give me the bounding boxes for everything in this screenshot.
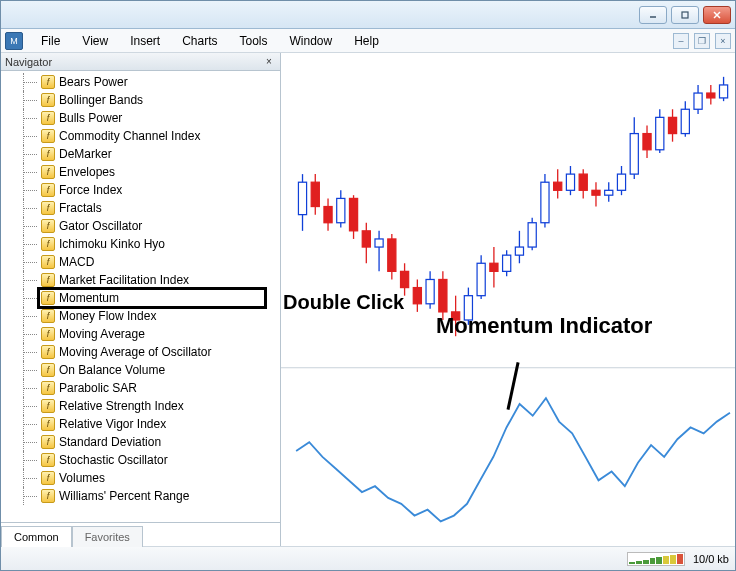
function-icon: f [41, 309, 55, 323]
function-icon: f [41, 111, 55, 125]
tree-item-macd[interactable]: fMACD [1, 253, 280, 271]
svg-rect-67 [694, 93, 702, 109]
titlebar [1, 1, 735, 29]
tree-item-money-flow-index[interactable]: fMoney Flow Index [1, 307, 280, 325]
tree-item-label: Parabolic SAR [59, 381, 137, 395]
status-traffic: 10/0 kb [693, 553, 729, 565]
tree-item-label: Force Index [59, 183, 122, 197]
svg-rect-33 [477, 263, 485, 295]
tree-item-label: Moving Average of Oscillator [59, 345, 212, 359]
function-icon: f [41, 183, 55, 197]
svg-rect-13 [349, 198, 357, 230]
svg-rect-71 [719, 85, 727, 98]
function-icon: f [41, 417, 55, 431]
app-icon: M [5, 32, 23, 50]
navigator-tabs: Common Favorites [1, 522, 280, 546]
function-icon: f [41, 291, 55, 305]
tree-item-label: Relative Vigor Index [59, 417, 166, 431]
tree-item-label: MACD [59, 255, 94, 269]
tree-item-williams-percent-range[interactable]: fWilliams' Percent Range [1, 487, 280, 505]
tree-item-label: Market Facilitation Index [59, 273, 189, 287]
tree-item-volumes[interactable]: fVolumes [1, 469, 280, 487]
function-icon: f [41, 129, 55, 143]
svg-rect-45 [554, 182, 562, 190]
function-icon: f [41, 147, 55, 161]
tree-item-gator-oscillator[interactable]: fGator Oscillator [1, 217, 280, 235]
svg-rect-51 [592, 190, 600, 195]
tree-item-bulls-power[interactable]: fBulls Power [1, 109, 280, 127]
svg-rect-9 [324, 207, 332, 223]
close-button[interactable] [703, 6, 731, 24]
tree-item-commodity-channel-index[interactable]: fCommodity Channel Index [1, 127, 280, 145]
tree-item-bears-power[interactable]: fBears Power [1, 73, 280, 91]
svg-rect-5 [298, 182, 306, 214]
client-area: Navigator × fBears PowerfBollinger Bands… [1, 53, 735, 546]
tree-item-relative-strength-index[interactable]: fRelative Strength Index [1, 397, 280, 415]
function-icon: f [41, 165, 55, 179]
tree-item-force-index[interactable]: fForce Index [1, 181, 280, 199]
tree-item-momentum[interactable]: fMomentum [1, 289, 280, 307]
navigator-close-icon[interactable]: × [262, 55, 276, 69]
mdi-close-button[interactable]: × [715, 33, 731, 49]
tree-item-envelopes[interactable]: fEnvelopes [1, 163, 280, 181]
svg-rect-37 [503, 255, 511, 271]
mdi-restore-button[interactable]: ❐ [694, 33, 710, 49]
function-icon: f [41, 75, 55, 89]
tab-common[interactable]: Common [1, 526, 72, 547]
svg-line-73 [508, 362, 518, 409]
navigator-header: Navigator × [1, 53, 280, 71]
navigator-tree[interactable]: fBears PowerfBollinger BandsfBulls Power… [1, 71, 280, 522]
tree-item-market-facilitation-index[interactable]: fMarket Facilitation Index [1, 271, 280, 289]
tree-item-fractals[interactable]: fFractals [1, 199, 280, 217]
menubar: M File View Insert Charts Tools Window H… [1, 29, 735, 53]
tree-item-parabolic-sar[interactable]: fParabolic SAR [1, 379, 280, 397]
menu-charts[interactable]: Charts [172, 31, 227, 51]
tree-item-label: Fractals [59, 201, 102, 215]
annotation-momentum-indicator: Momentum Indicator [436, 313, 652, 339]
svg-rect-69 [707, 93, 715, 98]
app-window: M File View Insert Charts Tools Window H… [0, 0, 736, 571]
navigator-title: Navigator [5, 56, 52, 68]
chart-area[interactable]: Double Click Momentum Indicator [281, 53, 735, 546]
tab-favorites[interactable]: Favorites [72, 526, 143, 547]
tree-item-label: Volumes [59, 471, 105, 485]
svg-rect-49 [579, 174, 587, 190]
svg-rect-65 [681, 109, 689, 133]
tree-item-label: Ichimoku Kinko Hyo [59, 237, 165, 251]
mdi-minimize-button[interactable]: – [673, 33, 689, 49]
menu-insert[interactable]: Insert [120, 31, 170, 51]
function-icon: f [41, 201, 55, 215]
tree-item-moving-average-of-oscillator[interactable]: fMoving Average of Oscillator [1, 343, 280, 361]
svg-rect-17 [375, 239, 383, 247]
annotation-double-click: Double Click [283, 291, 404, 314]
svg-rect-55 [617, 174, 625, 190]
svg-rect-43 [541, 182, 549, 223]
menu-tools[interactable]: Tools [230, 31, 278, 51]
tree-item-demarker[interactable]: fDeMarker [1, 145, 280, 163]
tree-item-on-balance-volume[interactable]: fOn Balance Volume [1, 361, 280, 379]
tree-item-standard-deviation[interactable]: fStandard Deviation [1, 433, 280, 451]
tree-item-bollinger-bands[interactable]: fBollinger Bands [1, 91, 280, 109]
tree-item-label: Envelopes [59, 165, 115, 179]
tree-item-ichimoku-kinko-hyo[interactable]: fIchimoku Kinko Hyo [1, 235, 280, 253]
function-icon: f [41, 255, 55, 269]
menu-window[interactable]: Window [280, 31, 343, 51]
function-icon: f [41, 435, 55, 449]
tree-item-label: Standard Deviation [59, 435, 161, 449]
function-icon: f [41, 489, 55, 503]
svg-rect-57 [630, 134, 638, 175]
function-icon: f [41, 381, 55, 395]
maximize-button[interactable] [671, 6, 699, 24]
svg-rect-63 [668, 117, 676, 133]
menu-view[interactable]: View [72, 31, 118, 51]
svg-rect-41 [528, 223, 536, 247]
tree-item-relative-vigor-index[interactable]: fRelative Vigor Index [1, 415, 280, 433]
tree-item-moving-average[interactable]: fMoving Average [1, 325, 280, 343]
minimize-button[interactable] [639, 6, 667, 24]
svg-rect-39 [515, 247, 523, 255]
statusbar: 10/0 kb [1, 546, 735, 570]
menu-help[interactable]: Help [344, 31, 389, 51]
tree-item-label: Money Flow Index [59, 309, 156, 323]
tree-item-stochastic-oscillator[interactable]: fStochastic Oscillator [1, 451, 280, 469]
menu-file[interactable]: File [31, 31, 70, 51]
